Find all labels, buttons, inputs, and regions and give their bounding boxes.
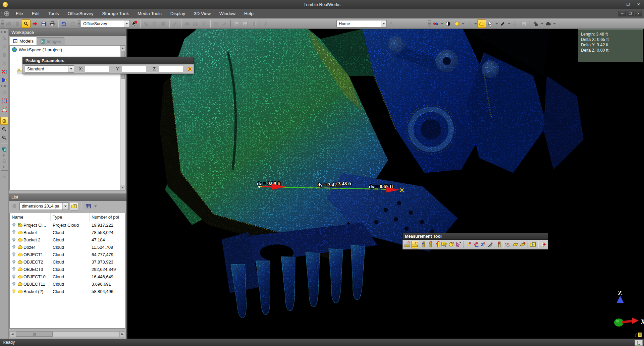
tab-images[interactable]: Images [37, 37, 64, 45]
workflow-combo[interactable]: OfficeSurvey [81, 20, 130, 27]
mdi-minimize-button[interactable]: ─ [619, 11, 626, 16]
mdi-close-button[interactable]: ✕ [635, 11, 642, 16]
list-filter-combo[interactable]: dimensions 2014 pa [19, 203, 68, 210]
stereo-glasses-icon[interactable] [431, 19, 440, 28]
list-row[interactable]: Project Cl... Project Cloud 19,917,222 [10, 221, 125, 229]
flyout-arrow[interactable] [3, 165, 5, 169]
x-input[interactable] [85, 66, 109, 72]
vertical-angle-icon[interactable] [494, 241, 501, 248]
y-input[interactable] [122, 66, 146, 72]
combo-dropdown-arrow[interactable] [124, 20, 129, 27]
list-row[interactable]: Dozer Cloud 11,524,708 [10, 243, 125, 251]
point-distance-icon[interactable] [411, 241, 419, 248]
picking-preset-combo[interactable]: Standard [25, 65, 74, 73]
axis-distance-icon[interactable] [404, 241, 411, 248]
maximize-button[interactable]: ❐ [623, 2, 633, 8]
scroll-left-arrow[interactable]: ◀ [10, 332, 15, 337]
mdi-restore-button[interactable]: ❐ [627, 11, 634, 16]
viewport-3d[interactable]: dz = 0.00 ft dy = 3.42 ft 3.48 ft dx = 0… [127, 29, 644, 339]
list-view-button[interactable] [84, 202, 92, 211]
pick-points-icon[interactable] [455, 241, 462, 248]
view-combo[interactable]: Home [336, 20, 387, 27]
menu-display[interactable]: Display [166, 9, 190, 18]
dropdown-arrow[interactable] [507, 20, 511, 27]
picking-parameters-title[interactable]: Picking Parameters [22, 57, 194, 64]
dropdown-arrow[interactable] [440, 20, 444, 27]
status-axis-icon[interactable] [635, 340, 643, 346]
plane-fit-icon[interactable] [512, 241, 519, 248]
diameter-icon[interactable] [447, 241, 455, 248]
hscroll-thumb[interactable] [16, 332, 53, 337]
undo-icon[interactable] [60, 19, 68, 28]
list-row[interactable]: Bucket Cloud 78,553,024 [10, 229, 125, 236]
pick-point-icon[interactable] [130, 19, 139, 28]
list-row[interactable]: OBJECT2 Cloud 37,873,923 [10, 258, 125, 266]
flyout-arrow[interactable] [3, 154, 5, 157]
bulb-off-icon[interactable] [11, 223, 16, 228]
tab-models[interactable]: Models [10, 37, 37, 45]
scroll-up-arrow[interactable]: ▲ [120, 46, 125, 51]
tree-root-item[interactable]: WorkSpace (1 project) [10, 46, 125, 52]
find-icon[interactable] [22, 19, 31, 28]
cloud-single-icon[interactable] [544, 19, 552, 28]
close-button[interactable]: ✕ [634, 2, 643, 8]
column-type[interactable]: Type [51, 213, 90, 221]
export-icon[interactable] [31, 19, 39, 28]
zoom-out-icon[interactable] [0, 134, 8, 141]
plane-check-icon[interactable] [519, 241, 526, 248]
bulb-off-icon[interactable] [11, 260, 16, 265]
list-row[interactable]: Bucket 2 Cloud 47,184 [10, 236, 125, 243]
plane-distance-icon[interactable] [440, 241, 447, 248]
bulb-off-icon[interactable] [11, 282, 16, 287]
dropdown-arrow[interactable] [461, 20, 465, 27]
print-icon[interactable] [48, 19, 57, 28]
tree-child-star-icon[interactable] [16, 68, 21, 73]
axis-angle-icon[interactable] [472, 241, 480, 248]
list-view-dropdown[interactable] [94, 203, 97, 210]
dropdown-arrow[interactable] [540, 20, 544, 27]
horizontal-arc-icon[interactable] [426, 241, 433, 248]
zoom-in-icon[interactable] [0, 125, 8, 133]
menu-storage-tank[interactable]: Storage Tank [98, 9, 133, 18]
plane-angle-icon[interactable] [487, 241, 494, 248]
combo-dropdown-arrow[interactable] [62, 203, 68, 210]
menu-help[interactable]: Help [240, 9, 258, 18]
combo-dropdown-arrow[interactable] [381, 20, 386, 27]
zoom-selection-icon[interactable] [0, 97, 8, 105]
menu-officesurvey[interactable]: OfficeSurvey [63, 9, 98, 18]
scroll-down-arrow[interactable]: ▼ [120, 185, 125, 190]
lighting-icon[interactable] [452, 19, 461, 28]
preset-dropdown-arrow[interactable] [68, 66, 74, 72]
view-cube-icon[interactable] [0, 146, 8, 153]
list-row[interactable]: OBJECT1 Cloud 64,777,479 [10, 251, 125, 258]
pick-flower-icon[interactable] [187, 66, 192, 71]
list-row[interactable]: Bucket (2) Cloud 58,804,496 [10, 288, 125, 295]
list-row[interactable]: OBJECT10 Cloud 16,446,649 [10, 273, 125, 280]
bulb-off-icon[interactable] [11, 245, 16, 250]
folder-up-button[interactable] [70, 202, 78, 211]
dropdown-arrow[interactable] [552, 20, 556, 27]
scroll-right-arrow[interactable]: ▶ [119, 332, 125, 337]
bulb-off-icon[interactable] [11, 230, 16, 235]
menu-3d-view[interactable]: 3D View [190, 9, 215, 18]
save-measurement-icon[interactable] [529, 241, 537, 248]
contrast-icon[interactable] [444, 19, 452, 28]
dropdown-arrow[interactable] [474, 20, 477, 27]
save-icon[interactable] [39, 19, 48, 28]
list-horizontal-scrollbar[interactable]: ◀ ▶ [9, 331, 125, 337]
picking-mode-icon[interactable] [0, 117, 8, 125]
bulb-on-icon[interactable] [11, 289, 16, 294]
examiner-icon[interactable] [0, 76, 8, 84]
column-name[interactable]: Name [10, 213, 51, 221]
menu-window[interactable]: Window [215, 9, 240, 18]
list-row[interactable]: OBJECT11 Cloud 3,696,691 [10, 280, 125, 288]
select-pointer-icon[interactable] [486, 19, 495, 28]
measurement-tool-title[interactable]: Measurement Tool [402, 233, 548, 240]
menu-media-tools[interactable]: Media Tools [133, 9, 166, 18]
close-tool-icon[interactable] [539, 241, 547, 248]
bulb-off-icon[interactable] [11, 237, 16, 242]
draw-pen-icon[interactable] [498, 19, 507, 28]
coordinates-icon[interactable] [504, 241, 512, 248]
hide-points-icon[interactable] [0, 68, 8, 75]
vertical-distance-icon[interactable] [418, 241, 426, 248]
